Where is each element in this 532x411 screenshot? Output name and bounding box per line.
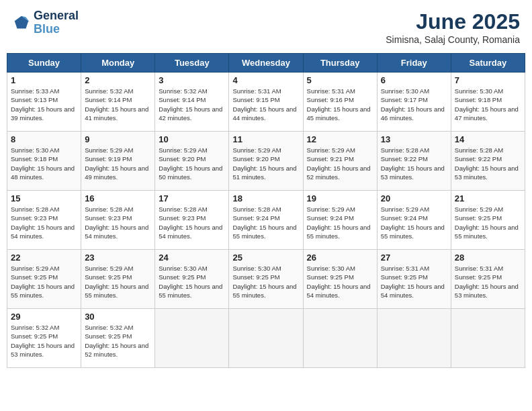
day-info: Sunrise: 5:29 AMSunset: 9:25 PMDaylight:… bbox=[11, 264, 77, 300]
day-number: 8 bbox=[11, 134, 77, 144]
day-info: Sunrise: 5:29 AMSunset: 9:21 PMDaylight:… bbox=[307, 146, 373, 181]
day-cell-22: 22 Sunrise: 5:29 AMSunset: 9:25 PMDaylig… bbox=[7, 250, 81, 309]
calendar-row: 22 Sunrise: 5:29 AMSunset: 9:25 PMDaylig… bbox=[7, 250, 525, 309]
day-number: 4 bbox=[232, 75, 299, 85]
day-cell-18: 18 Sunrise: 5:28 AMSunset: 9:24 PMDaylig… bbox=[229, 191, 303, 250]
day-cell-14: 14 Sunrise: 5:28 AMSunset: 9:22 PMDaylig… bbox=[451, 132, 525, 191]
day-cell-17: 17 Sunrise: 5:28 AMSunset: 9:23 PMDaylig… bbox=[155, 191, 229, 250]
day-number: 13 bbox=[381, 134, 447, 144]
day-cell-16: 16 Sunrise: 5:28 AMSunset: 9:23 PMDaylig… bbox=[81, 191, 155, 250]
day-number: 11 bbox=[232, 134, 299, 144]
day-info: Sunrise: 5:28 AMSunset: 9:22 PMDaylight:… bbox=[455, 146, 521, 181]
col-monday: Monday bbox=[81, 54, 155, 73]
day-cell-8: 8 Sunrise: 5:30 AMSunset: 9:18 PMDayligh… bbox=[7, 132, 81, 191]
day-cell-27: 27 Sunrise: 5:31 AMSunset: 9:25 PMDaylig… bbox=[377, 250, 451, 309]
day-info: Sunrise: 5:29 AMSunset: 9:25 PMDaylight:… bbox=[455, 205, 521, 240]
calendar-row: 29 Sunrise: 5:32 AMSunset: 9:25 PMDaylig… bbox=[7, 309, 525, 368]
day-info: Sunrise: 5:28 AMSunset: 9:24 PMDaylight:… bbox=[232, 205, 299, 240]
day-number: 16 bbox=[85, 193, 151, 203]
day-number: 30 bbox=[85, 312, 151, 322]
location: Simisna, Salaj County, Romania bbox=[386, 34, 520, 45]
day-cell-19: 19 Sunrise: 5:29 AMSunset: 9:24 PMDaylig… bbox=[303, 191, 377, 250]
day-number: 7 bbox=[455, 75, 521, 85]
day-number: 12 bbox=[307, 134, 373, 144]
day-info: Sunrise: 5:29 AMSunset: 9:20 PMDaylight:… bbox=[232, 146, 299, 181]
day-number: 20 bbox=[381, 193, 447, 203]
day-number: 6 bbox=[381, 75, 447, 85]
day-cell-7: 7 Sunrise: 5:30 AMSunset: 9:18 PMDayligh… bbox=[451, 73, 525, 132]
day-info: Sunrise: 5:29 AMSunset: 9:25 PMDaylight:… bbox=[85, 264, 151, 300]
day-info: Sunrise: 5:28 AMSunset: 9:23 PMDaylight:… bbox=[85, 205, 151, 240]
day-info: Sunrise: 5:31 AMSunset: 9:16 PMDaylight:… bbox=[307, 87, 373, 122]
calendar: Sunday Monday Tuesday Wednesday Thursday… bbox=[7, 53, 525, 368]
day-number: 18 bbox=[232, 193, 299, 203]
day-info: Sunrise: 5:29 AMSunset: 9:24 PMDaylight:… bbox=[307, 205, 373, 240]
day-info: Sunrise: 5:30 AMSunset: 9:25 PMDaylight:… bbox=[232, 264, 299, 300]
day-cell-9: 9 Sunrise: 5:29 AMSunset: 9:19 PMDayligh… bbox=[81, 132, 155, 191]
day-number: 26 bbox=[307, 253, 373, 263]
day-info: Sunrise: 5:28 AMSunset: 9:23 PMDaylight:… bbox=[159, 205, 225, 240]
day-info: Sunrise: 5:32 AMSunset: 9:14 PMDaylight:… bbox=[85, 87, 151, 122]
day-number: 2 bbox=[85, 75, 151, 85]
day-info: Sunrise: 5:29 AMSunset: 9:24 PMDaylight:… bbox=[381, 205, 447, 240]
day-cell-23: 23 Sunrise: 5:29 AMSunset: 9:25 PMDaylig… bbox=[81, 250, 155, 309]
day-cell-3: 3 Sunrise: 5:32 AMSunset: 9:14 PMDayligh… bbox=[155, 73, 229, 132]
col-sunday: Sunday bbox=[7, 54, 81, 73]
col-wednesday: Wednesday bbox=[229, 54, 303, 73]
empty-cell bbox=[155, 309, 229, 368]
col-saturday: Saturday bbox=[451, 54, 525, 73]
day-number: 25 bbox=[232, 253, 299, 263]
day-info: Sunrise: 5:28 AMSunset: 9:22 PMDaylight:… bbox=[381, 146, 447, 181]
day-info: Sunrise: 5:30 AMSunset: 9:25 PMDaylight:… bbox=[159, 264, 225, 300]
col-thursday: Thursday bbox=[303, 54, 377, 73]
day-cell-29: 29 Sunrise: 5:32 AMSunset: 9:25 PMDaylig… bbox=[7, 309, 81, 368]
day-cell-21: 21 Sunrise: 5:29 AMSunset: 9:25 PMDaylig… bbox=[451, 191, 525, 250]
day-cell-4: 4 Sunrise: 5:31 AMSunset: 9:15 PMDayligh… bbox=[229, 73, 303, 132]
calendar-row: 1 Sunrise: 5:33 AMSunset: 9:13 PMDayligh… bbox=[7, 73, 525, 132]
day-cell-26: 26 Sunrise: 5:30 AMSunset: 9:25 PMDaylig… bbox=[303, 250, 377, 309]
empty-cell bbox=[451, 309, 525, 368]
day-number: 29 bbox=[11, 312, 77, 322]
day-cell-12: 12 Sunrise: 5:29 AMSunset: 9:21 PMDaylig… bbox=[303, 132, 377, 191]
day-info: Sunrise: 5:31 AMSunset: 9:25 PMDaylight:… bbox=[455, 264, 521, 300]
month-title: June 2025 bbox=[386, 9, 520, 34]
day-cell-11: 11 Sunrise: 5:29 AMSunset: 9:20 PMDaylig… bbox=[229, 132, 303, 191]
day-info: Sunrise: 5:32 AMSunset: 9:25 PMDaylight:… bbox=[11, 323, 77, 359]
weekday-header-row: Sunday Monday Tuesday Wednesday Thursday… bbox=[7, 54, 525, 73]
day-number: 15 bbox=[11, 193, 77, 203]
logo-icon bbox=[12, 13, 31, 32]
day-info: Sunrise: 5:33 AMSunset: 9:13 PMDaylight:… bbox=[11, 87, 77, 122]
empty-cell bbox=[377, 309, 451, 368]
day-info: Sunrise: 5:32 AMSunset: 9:14 PMDaylight:… bbox=[159, 87, 225, 122]
day-info: Sunrise: 5:32 AMSunset: 9:25 PMDaylight:… bbox=[85, 323, 151, 359]
day-cell-20: 20 Sunrise: 5:29 AMSunset: 9:24 PMDaylig… bbox=[377, 191, 451, 250]
day-info: Sunrise: 5:29 AMSunset: 9:19 PMDaylight:… bbox=[85, 146, 151, 181]
empty-cell bbox=[229, 309, 303, 368]
day-info: Sunrise: 5:31 AMSunset: 9:15 PMDaylight:… bbox=[232, 87, 299, 122]
title-block: June 2025 Simisna, Salaj County, Romania bbox=[386, 9, 520, 45]
logo-text: GeneralBlue bbox=[34, 9, 79, 36]
col-friday: Friday bbox=[377, 54, 451, 73]
day-info: Sunrise: 5:29 AMSunset: 9:20 PMDaylight:… bbox=[159, 146, 225, 181]
day-number: 14 bbox=[455, 134, 521, 144]
day-number: 10 bbox=[159, 134, 225, 144]
day-cell-15: 15 Sunrise: 5:28 AMSunset: 9:23 PMDaylig… bbox=[7, 191, 81, 250]
day-number: 22 bbox=[11, 253, 77, 263]
page-header: GeneralBlue June 2025 Simisna, Salaj Cou… bbox=[7, 7, 525, 48]
day-cell-1: 1 Sunrise: 5:33 AMSunset: 9:13 PMDayligh… bbox=[7, 73, 81, 132]
day-cell-6: 6 Sunrise: 5:30 AMSunset: 9:17 PMDayligh… bbox=[377, 73, 451, 132]
calendar-row: 15 Sunrise: 5:28 AMSunset: 9:23 PMDaylig… bbox=[7, 191, 525, 250]
logo: GeneralBlue bbox=[12, 9, 79, 36]
day-number: 17 bbox=[159, 193, 225, 203]
day-number: 5 bbox=[307, 75, 373, 85]
col-tuesday: Tuesday bbox=[155, 54, 229, 73]
day-info: Sunrise: 5:30 AMSunset: 9:18 PMDaylight:… bbox=[11, 146, 77, 181]
day-number: 21 bbox=[455, 193, 521, 203]
day-info: Sunrise: 5:31 AMSunset: 9:25 PMDaylight:… bbox=[381, 264, 447, 300]
day-number: 28 bbox=[455, 253, 521, 263]
day-number: 1 bbox=[11, 75, 77, 85]
day-cell-25: 25 Sunrise: 5:30 AMSunset: 9:25 PMDaylig… bbox=[229, 250, 303, 309]
day-info: Sunrise: 5:28 AMSunset: 9:23 PMDaylight:… bbox=[11, 205, 77, 240]
day-number: 23 bbox=[85, 253, 151, 263]
calendar-row: 8 Sunrise: 5:30 AMSunset: 9:18 PMDayligh… bbox=[7, 132, 525, 191]
